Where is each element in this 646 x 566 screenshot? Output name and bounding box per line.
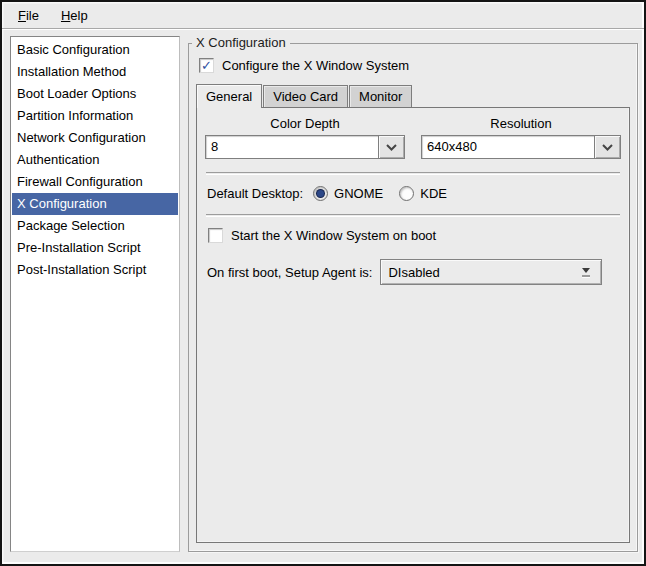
sidebar-item-boot-loader-options[interactable]: Boot Loader Options [12,83,178,105]
setup-agent-label: On first boot, Setup Agent is: [207,265,372,280]
checkmark-icon: ✓ [201,59,212,72]
frame-title: X Configuration [192,35,290,50]
dropdown-arrow-icon [575,268,601,277]
content-area: Basic Configuration Installation Method … [2,29,644,564]
menu-file[interactable]: File [18,8,39,23]
color-depth-value[interactable]: 8 [205,135,378,159]
sidebar-item-package-selection[interactable]: Package Selection [12,215,178,237]
menu-help[interactable]: Help [61,8,88,23]
tab-strip: General Video Card Monitor [196,83,630,107]
sidebar-item-installation-method[interactable]: Installation Method [12,61,178,83]
radio-button-icon [399,186,414,201]
radio-gnome[interactable]: GNOME [313,186,383,201]
resolution-group: Resolution 640x480 [421,116,621,159]
tab-video-card[interactable]: Video Card [263,85,348,107]
sidebar-item-network-configuration[interactable]: Network Configuration [12,127,178,149]
sidebar-item-pre-installation-script[interactable]: Pre-Installation Script [12,237,178,259]
sidebar-item-post-installation-script[interactable]: Post-Installation Script [12,259,178,281]
start-x-on-boot-checkbox[interactable]: ✓ Start the X Window System on boot [208,228,621,243]
start-x-on-boot-label: Start the X Window System on boot [231,228,436,243]
separator [206,214,620,216]
sidebar-item-partition-information[interactable]: Partition Information [12,105,178,127]
main-panel: X Configuration ✓ Configure the X Window… [188,36,638,552]
color-depth-dropdown-button[interactable] [378,135,405,159]
configure-x-checkbox[interactable]: ✓ Configure the X Window System [199,58,630,73]
resolution-label: Resolution [421,116,621,131]
sidebar-category-list: Basic Configuration Installation Method … [10,36,180,552]
sidebar-item-authentication[interactable]: Authentication [12,149,178,171]
sidebar-item-x-configuration[interactable]: X Configuration [12,193,178,215]
radio-kde[interactable]: KDE [399,186,447,201]
depth-resolution-row: Color Depth 8 Resolution [205,116,621,159]
setup-agent-dropdown[interactable]: DIsabled [380,259,602,285]
radio-kde-label: KDE [420,186,447,201]
radio-gnome-label: GNOME [334,186,383,201]
configure-x-checkbox-label: Configure the X Window System [222,58,409,73]
x-config-notebook: General Video Card Monitor Color Depth 8 [196,83,630,543]
radio-button-icon [313,186,328,201]
chevron-down-icon [386,144,397,151]
separator [206,172,620,174]
app-window: File Help Basic Configuration Installati… [0,0,646,566]
sidebar-item-basic-configuration[interactable]: Basic Configuration [12,39,178,61]
sidebar-item-firewall-configuration[interactable]: Firewall Configuration [12,171,178,193]
default-desktop-row: Default Desktop: GNOME KDE [207,186,621,201]
checkbox-box-icon: ✓ [208,228,223,243]
color-depth-label: Color Depth [205,116,405,131]
color-depth-combobox[interactable]: 8 [205,135,405,159]
setup-agent-value: DIsabled [388,265,575,280]
setup-agent-row: On first boot, Setup Agent is: DIsabled [207,259,621,285]
tab-monitor[interactable]: Monitor [349,85,412,107]
checkbox-box-icon: ✓ [199,58,214,73]
menubar: File Help [2,2,644,29]
tab-general[interactable]: General [196,84,262,108]
resolution-combobox[interactable]: 640x480 [421,135,621,159]
resolution-value[interactable]: 640x480 [421,135,594,159]
default-desktop-label: Default Desktop: [207,186,303,201]
color-depth-group: Color Depth 8 [205,116,405,159]
general-tab-panel: Color Depth 8 Resolution [196,107,630,543]
resolution-dropdown-button[interactable] [594,135,621,159]
chevron-down-icon [602,144,613,151]
x-configuration-frame: X Configuration ✓ Configure the X Window… [188,43,638,552]
